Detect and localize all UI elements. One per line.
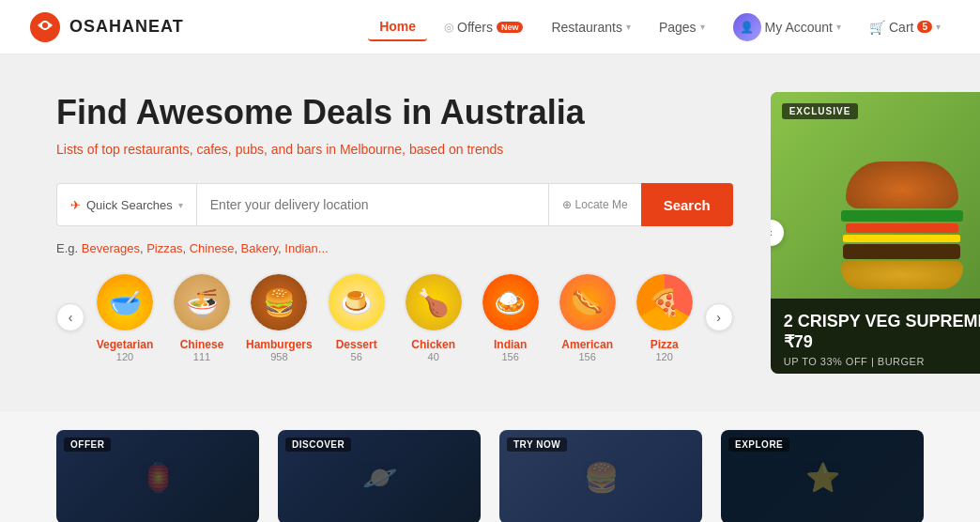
cart-count-badge: 5: [917, 21, 932, 33]
category-item-chinese[interactable]: 🍜 Chinese 111: [169, 272, 235, 362]
navigation-icon: ✈: [70, 198, 81, 212]
category-name: Dessert: [336, 338, 377, 351]
promo-title: 2 CRISPY VEG SUPREME AT ₹79: [784, 312, 980, 352]
category-name: Chicken: [411, 338, 455, 351]
hero-section: Find Awesome Deals in Australia Lists of…: [0, 54, 980, 411]
category-count: 156: [579, 351, 596, 362]
category-count: 120: [656, 351, 673, 362]
nav-home[interactable]: Home: [368, 13, 427, 41]
nav-cart[interactable]: 🛒 Cart 5 ▾: [858, 14, 952, 40]
promo-try-card[interactable]: TRY NOW 🍔: [499, 430, 702, 522]
locate-icon: ⊕: [562, 198, 572, 211]
hero-content-left: Find Awesome Deals in Australia Lists of…: [56, 92, 733, 362]
promo-subtitle: UP TO 33% OFF | BURGER: [784, 356, 980, 367]
category-count: 111: [193, 351, 210, 362]
cheese: [843, 235, 960, 242]
category-name: Indian: [494, 338, 527, 351]
category-name: Vegetarian: [97, 338, 154, 351]
category-circle: 🍕: [635, 272, 695, 332]
hero-title: Find Awesome Deals in Australia: [56, 92, 733, 132]
bun-bottom: [841, 261, 963, 289]
category-count: 156: [502, 351, 519, 362]
category-name: Pizza: [651, 338, 679, 351]
bottom-promos: OFFER 🏮 DISCOVER 🪐 TRY NOW 🍔 EXPLORE ⭐: [0, 411, 980, 522]
category-count: 120: [116, 351, 133, 362]
category-carousel: ‹ 🥣 Vegetarian 120 🍜 Chinese 111 🍔 Hambu…: [56, 272, 733, 362]
category-count: 958: [270, 351, 287, 362]
search-hints: E.g. Beverages, Pizzas, Chinese, Bakery,…: [56, 241, 733, 255]
chevron-down-icon: ▾: [178, 200, 183, 210]
nav-my-account[interactable]: 👤 My Account ▾: [722, 8, 852, 47]
logo[interactable]: OSAHANEAT: [28, 10, 184, 44]
locate-me-button[interactable]: ⊕ Locate Me: [548, 183, 641, 226]
promo-offer-card[interactable]: OFFER 🏮: [56, 430, 259, 522]
category-name: Chinese: [180, 338, 224, 351]
category-item-chicken[interactable]: 🍗 Chicken 40: [401, 272, 467, 362]
search-button[interactable]: Search: [641, 183, 733, 226]
search-bar: ✈ Quick Searches ▾ ⊕ Locate Me Search: [56, 183, 733, 226]
nav-pages[interactable]: Pages ▾: [648, 14, 716, 40]
bun-top: [846, 161, 958, 208]
carousel-next-button[interactable]: ›: [705, 303, 733, 331]
hint-beverages[interactable]: Beverages: [82, 241, 140, 255]
category-item-indian[interactable]: 🍛 Indian 156: [478, 272, 544, 362]
logo-text: OSAHANEAT: [69, 17, 184, 37]
quick-searches-button[interactable]: ✈ Quick Searches ▾: [56, 183, 196, 226]
exclusive-badge: EXCLUSIVE: [782, 103, 859, 119]
hint-indian[interactable]: Indian...: [284, 241, 328, 255]
header: OSAHANEAT Home ◎ Offers New Restaurants …: [0, 0, 980, 54]
cart-icon: 🛒: [869, 20, 885, 35]
nav-circle-icon: ◎: [444, 21, 453, 34]
category-circle: 🥣: [95, 272, 155, 332]
category-item-vegetarian[interactable]: 🥣 Vegetarian 120: [92, 272, 158, 362]
nav-restaurants[interactable]: Restaurants ▾: [540, 14, 641, 40]
hint-bakery[interactable]: Bakery: [241, 241, 279, 255]
promo-card: EXCLUSIVE 40% 2 CRISPY VEG SUPREME AT ₹7…: [771, 92, 980, 374]
tomato: [846, 223, 958, 233]
category-item-pizza[interactable]: 🍕 Pizza 120: [632, 272, 697, 362]
category-circle: 🍔: [249, 272, 309, 332]
chevron-down-icon: ▾: [700, 22, 705, 32]
lettuce: [841, 210, 963, 222]
svg-point-2: [42, 23, 48, 28]
promo-image: EXCLUSIVE 40%: [771, 92, 980, 299]
category-circle: 🌭: [558, 272, 618, 332]
promo-card-container: ‹ › EXCLUSIVE 40% 2 CRISPY VEG SUPREME A…: [771, 92, 980, 374]
patty: [843, 244, 960, 259]
category-name: Hamburgers: [246, 338, 313, 351]
category-circle: 🍗: [404, 272, 464, 332]
avatar: 👤: [733, 13, 761, 41]
category-item-hamburgers[interactable]: 🍔 Hamburgers 958: [246, 272, 313, 362]
chevron-down-icon: ▾: [936, 22, 941, 32]
promo-info: 2 CRISPY VEG SUPREME AT ₹79 UP TO 33% OF…: [771, 299, 980, 374]
location-input[interactable]: [196, 183, 548, 226]
chevron-down-icon: ▾: [836, 22, 841, 32]
carousel-prev-button[interactable]: ‹: [56, 303, 84, 331]
category-circle: 🍜: [172, 272, 232, 332]
promo-explore-card[interactable]: EXPLORE ⭐: [721, 430, 924, 522]
logo-icon: [28, 10, 62, 44]
hero-subtitle: Lists of top restaurants, cafes, pubs, a…: [56, 142, 733, 157]
burger-illustration: [841, 161, 963, 289]
category-count: 56: [351, 351, 362, 362]
category-item-american[interactable]: 🌭 American 156: [555, 272, 620, 362]
hint-pizzas[interactable]: Pizzas: [146, 241, 182, 255]
category-item-dessert[interactable]: 🍮 Dessert 56: [324, 272, 390, 362]
promo-discover-card[interactable]: DISCOVER 🪐: [278, 430, 481, 522]
category-name: American: [561, 338, 613, 351]
category-count: 40: [428, 351, 439, 362]
categories-list: 🥣 Vegetarian 120 🍜 Chinese 111 🍔 Hamburg…: [92, 272, 697, 362]
hint-chinese[interactable]: Chinese: [190, 241, 235, 255]
category-circle: 🍮: [327, 272, 387, 332]
main-nav: Home ◎ Offers New Restaurants ▾ Pages ▾ …: [368, 8, 952, 47]
category-circle: 🍛: [481, 272, 541, 332]
nav-offers[interactable]: ◎ Offers New: [433, 14, 534, 40]
chevron-down-icon: ▾: [626, 22, 631, 32]
offers-badge: New: [497, 22, 524, 33]
